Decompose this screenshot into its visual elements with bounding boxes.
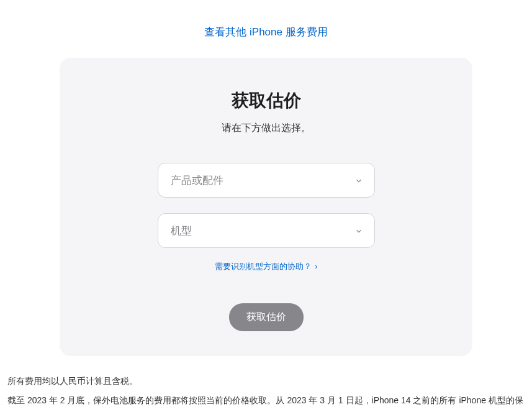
card-title: 获取估价 (84, 89, 448, 112)
help-link-wrap: 需要识别机型方面的协助？ › (84, 260, 448, 272)
model-select-placeholder: 机型 (171, 224, 192, 238)
disclaimer-line-2: 截至 2023 年 2 月底，保外电池服务的费用都将按照当前的价格收取。从 20… (7, 391, 525, 412)
get-estimate-button[interactable]: 获取估价 (229, 303, 304, 331)
help-link-label: 需要识别机型方面的协助？ (215, 262, 312, 271)
identify-model-help-link[interactable]: 需要识别机型方面的协助？ › (215, 262, 318, 271)
disclaimer-section: 所有费用均以人民币计算且含税。 截至 2023 年 2 月底，保外电池服务的费用… (0, 356, 532, 412)
chevron-down-icon (354, 176, 363, 185)
chevron-down-icon (354, 226, 363, 235)
card-subtitle: 请在下方做出选择。 (84, 122, 448, 135)
top-link-wrap: 查看其他 iPhone 服务费用 (0, 0, 532, 58)
product-select-placeholder: 产品或配件 (171, 173, 223, 188)
product-select[interactable]: 产品或配件 (158, 163, 375, 198)
view-other-services-link[interactable]: 查看其他 iPhone 服务费用 (204, 26, 327, 38)
model-select-wrap: 机型 (158, 213, 375, 248)
estimate-card: 获取估价 请在下方做出选择。 产品或配件 机型 需要识别机型方面的协助？ › (60, 58, 472, 356)
disclaimer-line-1: 所有费用均以人民币计算且含税。 (7, 372, 525, 391)
model-select[interactable]: 机型 (158, 213, 375, 248)
chevron-right-icon: › (315, 262, 317, 271)
product-select-wrap: 产品或配件 (158, 163, 375, 198)
disclaimer-text-a: 截至 2023 年 2 月底，保外电池服务的费用都将按照当前的价格收取。从 20… (7, 395, 523, 412)
